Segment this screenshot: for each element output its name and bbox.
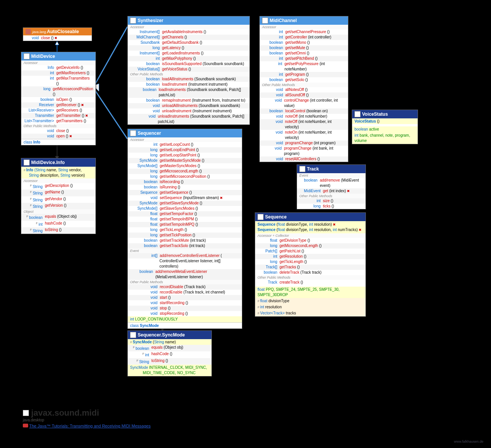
method-row: SyncModeget/setMasterSyncMode ()	[128, 158, 242, 163]
method-row: FStringgetName ()	[21, 190, 95, 196]
java-icon	[25, 29, 31, 34]
method-row: SyncModeget/setSlaveSyncMode ()	[128, 201, 242, 206]
method-row: intsize ()	[297, 198, 365, 204]
method-row: voidallNotesOff ()	[260, 87, 348, 92]
method-row: booleanadd/removeMetaEventListener (Meta…	[128, 269, 242, 280]
class-sequencer: Sequencer Accessorintget/setLoopCount ()…	[127, 129, 242, 329]
tutorial-link[interactable]: The Java™ Tutorials: Transmitting and Re…	[29, 424, 151, 428]
method-row: FinthashCode ()	[128, 351, 211, 358]
method-row: booleanget/setSolo ()	[260, 77, 348, 83]
method-row: voidprogramChange (int bank, int program…	[260, 146, 348, 156]
method-row: voidclose () ✖	[23, 35, 92, 41]
method-row: voidprogramChange (int program)	[260, 140, 348, 146]
method-row: Instrument[]getAvailableInstruments ()	[128, 29, 249, 35]
method-row: voidstartRecording ()	[128, 300, 242, 306]
method-row: longticks ()	[297, 204, 365, 209]
method-row: floatgetDivisionType ()	[255, 238, 365, 243]
method-row: booleanlocalControl (boolean on)	[260, 108, 348, 114]
header: MidiDevice	[21, 52, 95, 61]
method-row: intgetMaxPolyphony ()	[128, 56, 249, 61]
header: Sequencer	[128, 129, 242, 137]
header: VoiceStatus	[352, 110, 418, 118]
interface-icon	[130, 130, 136, 136]
method-row: longget/setLoopEndPoint ()	[128, 147, 242, 153]
method-row: booleanget/setTrackMute (int track)	[128, 238, 242, 243]
method-row: voidresetAllControllers ()	[260, 156, 348, 162]
method-row: InfogetDeviceInfo ()	[21, 65, 95, 70]
method-row: int[]add/removeControllerEventListener (	[128, 253, 242, 258]
method-row: intgetMaxReceivers ()	[21, 70, 95, 76]
class-midichannel: MidiChannel Accessorintget/setChannelPre…	[259, 16, 348, 162]
class-icon	[24, 159, 30, 166]
class-synthesizer: Synthesizer AccessorInstrument[]getAvail…	[127, 16, 250, 125]
method-row: booleanget/setMono ()	[260, 40, 348, 45]
method-row: voidstop ()	[128, 306, 242, 311]
class-mididevice-info: MidiDevice.Info #Info (String name, Stri…	[21, 158, 96, 234]
class-icon	[299, 166, 305, 172]
class-track: Track Eventbooleanadd/remove (MidiEvent …	[297, 164, 366, 209]
method-row: voidunloadAllInstruments (Soundbank soun…	[128, 103, 249, 108]
method-row: booleanisRunning ()	[128, 185, 242, 190]
method-row: booleanremapInstrument (Instrument from,…	[128, 98, 249, 103]
method-row: FinthashCode ()	[21, 221, 95, 227]
method-row: intget/setLoopCount ()	[128, 142, 242, 147]
method-row: floatget/setTempoInBPM ()	[128, 217, 242, 222]
method-row: voidstart ()	[128, 295, 242, 300]
method-row: voidsetSequence (InputStream stream) ✖	[128, 195, 242, 201]
method-row: booleanadd/remove (MidiEvent event)	[297, 178, 365, 188]
method-row: FStringtoString ()	[128, 358, 211, 365]
method-row: MidiEventget (int index) ✖	[297, 188, 365, 194]
method-row: booleanloadInstrument (Instrument instru…	[128, 82, 249, 87]
method-row: intgetProgram ()	[260, 72, 348, 77]
method-row: SyncMode[]getSlaveSyncModes ()	[128, 206, 242, 211]
method-row: booleanloadInstruments (Soundbank soundb…	[128, 87, 249, 98]
method-row: booleandeleteTrack (Track track)	[255, 270, 365, 275]
method-row: SyncMode[]getMasterSyncModes ()	[128, 163, 242, 169]
method-row: Instrument[]getLoadedInstruments ()	[128, 51, 249, 56]
method-row: voidnoteOff (int noteNumber)	[260, 114, 348, 119]
method-row: booleanisOpen ()	[21, 97, 95, 102]
svg-marker-1	[55, 41, 59, 45]
method-row: voidcontrolChange (int controller, int v…	[260, 98, 348, 108]
class-icon	[130, 332, 136, 338]
package-icon	[23, 410, 29, 416]
method-row: Track[]getTracks ()	[255, 265, 365, 270]
method-row: longgetLatency ()	[128, 45, 249, 51]
method-row: voidnoteOn (int noteNumber, int velocity…	[260, 130, 348, 140]
class-autocloseable: java.lang.AutoCloseable voidclose () ✖	[23, 27, 92, 41]
method-row: longgetMicrosecondLength ()	[255, 243, 365, 249]
method-row: booleanget/setTrackSolo (int track)	[128, 243, 242, 249]
method-row: Patch[]getPatchList ()	[255, 249, 365, 254]
method-row: List<Transmitter>getTransmitters ()	[21, 118, 95, 124]
method-row: List<Receiver>getReceivers ()	[21, 108, 95, 113]
method-row: longget/setTickPosition ()	[128, 233, 242, 238]
package-footer: javax.sound.midi java.desktop The Java™ …	[23, 408, 151, 428]
class-syncmode: Sequencer.SyncMode #SyncMode (String nam…	[127, 330, 212, 376]
method-row: booleanget/setMute ()	[260, 45, 348, 51]
method-row: longget/setMicrosecondPosition ()	[128, 174, 242, 179]
method-row: voidunloadInstruments (Soundbank soundba…	[128, 114, 249, 124]
method-row: longgetTickLength ()	[128, 227, 242, 233]
method-row: Fbooleanequals (Object obj)	[21, 214, 95, 220]
method-row: booleanloadAllInstruments (Soundbank sou…	[128, 77, 249, 82]
method-row: booleanisSoundbankSupported (Soundbank s…	[128, 61, 249, 67]
method-row: Fbooleanequals (Object obj)	[128, 345, 211, 351]
class-icon	[354, 111, 361, 117]
method-row: FStringgetVendor ()	[21, 196, 95, 203]
oracle-icon	[23, 424, 28, 427]
method-row: SoundbankgetDefaultSoundbank ()	[128, 40, 249, 45]
method-row: voidallSoundOff ()	[260, 92, 348, 98]
method-row: voidrecordDisable (Track track)	[128, 284, 242, 290]
method-row: intgetResolution ()	[255, 254, 365, 259]
method-row: longgetTickLength ()	[255, 259, 365, 265]
class-sequence: Sequence Sequence (float divisionType, i…	[255, 212, 366, 317]
method-row: voidstopRecording ()	[128, 311, 242, 316]
method-row: VoiceStatus[]getVoiceStatus ()	[128, 67, 249, 72]
svg-line-3	[93, 88, 127, 139]
method-row: TransmittergetTransmitter () ✖	[21, 113, 95, 118]
header: java.lang.AutoCloseable	[23, 28, 92, 35]
interface-icon	[262, 18, 268, 24]
method-row: MidiChannel[]getChannels ()	[128, 35, 249, 40]
method-row: intgetController (int controller)	[260, 35, 348, 40]
credits: www.falkhausen.de	[454, 440, 483, 443]
